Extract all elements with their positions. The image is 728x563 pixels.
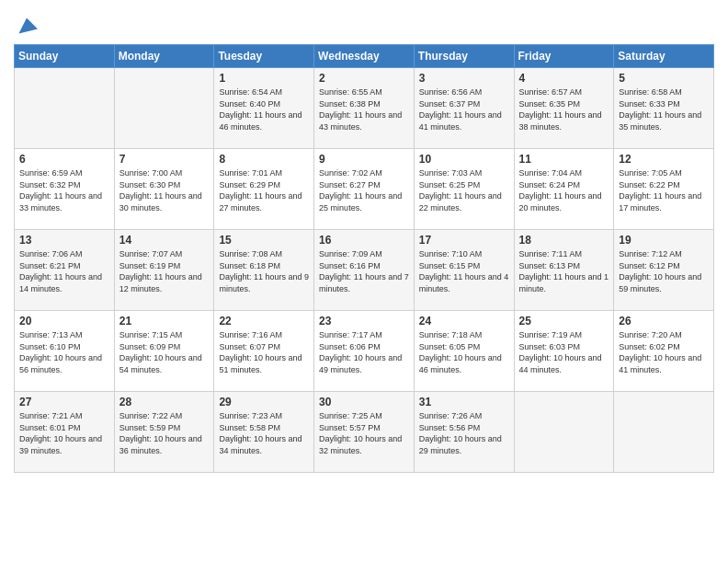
cell-info: Sunrise: 7:03 AM Sunset: 6:25 PM Dayligh…	[419, 167, 509, 213]
calendar-cell: 5Sunrise: 6:58 AM Sunset: 6:33 PM Daylig…	[614, 68, 714, 149]
calendar-cell: 13Sunrise: 7:06 AM Sunset: 6:21 PM Dayli…	[15, 230, 115, 311]
calendar-cell: 2Sunrise: 6:55 AM Sunset: 6:38 PM Daylig…	[314, 68, 415, 149]
cell-info: Sunrise: 7:04 AM Sunset: 6:24 PM Dayligh…	[519, 167, 609, 213]
cell-info: Sunrise: 7:19 AM Sunset: 6:03 PM Dayligh…	[519, 329, 609, 375]
cell-info: Sunrise: 7:12 AM Sunset: 6:12 PM Dayligh…	[619, 248, 709, 294]
day-number: 23	[319, 315, 409, 327]
calendar-cell: 1Sunrise: 6:54 AM Sunset: 6:40 PM Daylig…	[214, 68, 314, 149]
day-header-tuesday: Tuesday	[214, 45, 314, 68]
day-number: 18	[519, 234, 609, 247]
day-number: 31	[419, 396, 509, 408]
calendar-cell: 20Sunrise: 7:13 AM Sunset: 6:10 PM Dayli…	[15, 311, 115, 392]
calendar-cell: 26Sunrise: 7:20 AM Sunset: 6:02 PM Dayli…	[614, 311, 714, 392]
calendar-cell: 17Sunrise: 7:10 AM Sunset: 6:15 PM Dayli…	[414, 230, 514, 311]
cell-info: Sunrise: 7:13 AM Sunset: 6:10 PM Dayligh…	[19, 329, 109, 375]
day-number: 5	[619, 72, 709, 85]
day-number: 12	[619, 153, 709, 166]
cell-info: Sunrise: 7:26 AM Sunset: 5:56 PM Dayligh…	[419, 410, 509, 456]
cell-info: Sunrise: 7:18 AM Sunset: 6:05 PM Dayligh…	[419, 329, 509, 375]
calendar-cell	[15, 68, 115, 149]
calendar-cell: 24Sunrise: 7:18 AM Sunset: 6:05 PM Dayli…	[414, 311, 514, 392]
day-number: 20	[19, 315, 109, 327]
calendar-table: SundayMondayTuesdayWednesdayThursdayFrid…	[14, 44, 714, 473]
calendar-cell: 6Sunrise: 6:59 AM Sunset: 6:32 PM Daylig…	[15, 149, 115, 230]
cell-info: Sunrise: 7:16 AM Sunset: 6:07 PM Dayligh…	[219, 329, 309, 375]
calendar-cell: 19Sunrise: 7:12 AM Sunset: 6:12 PM Dayli…	[614, 230, 714, 311]
cell-info: Sunrise: 7:11 AM Sunset: 6:13 PM Dayligh…	[519, 248, 609, 294]
calendar-cell: 25Sunrise: 7:19 AM Sunset: 6:03 PM Dayli…	[514, 311, 614, 392]
calendar-cell: 11Sunrise: 7:04 AM Sunset: 6:24 PM Dayli…	[514, 149, 614, 230]
cell-info: Sunrise: 7:15 AM Sunset: 6:09 PM Dayligh…	[119, 329, 210, 375]
cell-info: Sunrise: 7:07 AM Sunset: 6:19 PM Dayligh…	[119, 248, 210, 294]
day-number: 29	[219, 396, 309, 408]
cell-info: Sunrise: 7:01 AM Sunset: 6:29 PM Dayligh…	[219, 167, 309, 213]
day-number: 13	[19, 234, 109, 247]
day-number: 3	[419, 72, 509, 85]
calendar-cell	[514, 392, 614, 473]
cell-info: Sunrise: 7:02 AM Sunset: 6:27 PM Dayligh…	[319, 167, 409, 213]
logo-icon	[16, 15, 38, 37]
calendar-cell: 28Sunrise: 7:22 AM Sunset: 5:59 PM Dayli…	[114, 392, 214, 473]
calendar-cell: 22Sunrise: 7:16 AM Sunset: 6:07 PM Dayli…	[214, 311, 314, 392]
day-number: 10	[419, 153, 509, 166]
day-number: 26	[619, 315, 709, 327]
calendar-cell: 18Sunrise: 7:11 AM Sunset: 6:13 PM Dayli…	[514, 230, 614, 311]
day-number: 28	[119, 396, 210, 408]
calendar-cell: 27Sunrise: 7:21 AM Sunset: 6:01 PM Dayli…	[15, 392, 115, 473]
cell-info: Sunrise: 7:20 AM Sunset: 6:02 PM Dayligh…	[619, 329, 709, 375]
cell-info: Sunrise: 6:56 AM Sunset: 6:37 PM Dayligh…	[419, 86, 509, 132]
day-header-monday: Monday	[114, 45, 214, 68]
day-header-sunday: Sunday	[15, 45, 115, 68]
calendar-cell: 8Sunrise: 7:01 AM Sunset: 6:29 PM Daylig…	[214, 149, 314, 230]
calendar-cell: 14Sunrise: 7:07 AM Sunset: 6:19 PM Dayli…	[114, 230, 214, 311]
day-number: 11	[519, 153, 609, 166]
cell-info: Sunrise: 7:10 AM Sunset: 6:15 PM Dayligh…	[419, 248, 509, 294]
cell-info: Sunrise: 6:55 AM Sunset: 6:38 PM Dayligh…	[319, 86, 409, 132]
day-number: 8	[219, 153, 309, 166]
svg-marker-0	[18, 17, 38, 33]
day-number: 7	[119, 153, 210, 166]
day-number: 22	[219, 315, 309, 327]
calendar-cell: 16Sunrise: 7:09 AM Sunset: 6:16 PM Dayli…	[314, 230, 415, 311]
day-number: 6	[19, 153, 109, 166]
logo	[14, 15, 38, 37]
calendar-cell: 15Sunrise: 7:08 AM Sunset: 6:18 PM Dayli…	[214, 230, 314, 311]
day-header-saturday: Saturday	[614, 45, 714, 68]
cell-info: Sunrise: 7:25 AM Sunset: 5:57 PM Dayligh…	[319, 410, 409, 456]
calendar-body: 1Sunrise: 6:54 AM Sunset: 6:40 PM Daylig…	[15, 68, 714, 473]
day-number: 9	[319, 153, 409, 166]
cell-info: Sunrise: 7:08 AM Sunset: 6:18 PM Dayligh…	[219, 248, 309, 294]
cell-info: Sunrise: 6:58 AM Sunset: 6:33 PM Dayligh…	[619, 86, 709, 132]
cell-info: Sunrise: 7:22 AM Sunset: 5:59 PM Dayligh…	[119, 410, 210, 456]
cell-info: Sunrise: 7:17 AM Sunset: 6:06 PM Dayligh…	[319, 329, 409, 375]
day-number: 19	[619, 234, 709, 247]
calendar-cell: 9Sunrise: 7:02 AM Sunset: 6:27 PM Daylig…	[314, 149, 415, 230]
cell-info: Sunrise: 7:23 AM Sunset: 5:58 PM Dayligh…	[219, 410, 309, 456]
calendar-page: SundayMondayTuesdayWednesdayThursdayFrid…	[0, 0, 728, 487]
day-number: 15	[219, 234, 309, 247]
calendar-cell	[614, 392, 714, 473]
header	[14, 9, 714, 37]
week-row-2: 13Sunrise: 7:06 AM Sunset: 6:21 PM Dayli…	[15, 230, 714, 311]
day-number: 27	[19, 396, 109, 408]
calendar-cell: 12Sunrise: 7:05 AM Sunset: 6:22 PM Dayli…	[614, 149, 714, 230]
day-number: 1	[219, 72, 309, 85]
day-number: 17	[419, 234, 509, 247]
day-number: 16	[319, 234, 409, 247]
day-number: 21	[119, 315, 210, 327]
week-row-3: 20Sunrise: 7:13 AM Sunset: 6:10 PM Dayli…	[15, 311, 714, 392]
calendar-cell: 10Sunrise: 7:03 AM Sunset: 6:25 PM Dayli…	[414, 149, 514, 230]
cell-info: Sunrise: 7:00 AM Sunset: 6:30 PM Dayligh…	[119, 167, 210, 213]
calendar-cell: 4Sunrise: 6:57 AM Sunset: 6:35 PM Daylig…	[514, 68, 614, 149]
day-number: 4	[519, 72, 609, 85]
cell-info: Sunrise: 7:05 AM Sunset: 6:22 PM Dayligh…	[619, 167, 709, 213]
cell-info: Sunrise: 6:54 AM Sunset: 6:40 PM Dayligh…	[219, 86, 309, 132]
cell-info: Sunrise: 7:06 AM Sunset: 6:21 PM Dayligh…	[19, 248, 109, 294]
calendar-cell: 7Sunrise: 7:00 AM Sunset: 6:30 PM Daylig…	[114, 149, 214, 230]
calendar-cell: 31Sunrise: 7:26 AM Sunset: 5:56 PM Dayli…	[414, 392, 514, 473]
calendar-cell: 3Sunrise: 6:56 AM Sunset: 6:37 PM Daylig…	[414, 68, 514, 149]
calendar-cell: 30Sunrise: 7:25 AM Sunset: 5:57 PM Dayli…	[314, 392, 415, 473]
cell-info: Sunrise: 6:57 AM Sunset: 6:35 PM Dayligh…	[519, 86, 609, 132]
day-number: 30	[319, 396, 409, 408]
day-number: 14	[119, 234, 210, 247]
